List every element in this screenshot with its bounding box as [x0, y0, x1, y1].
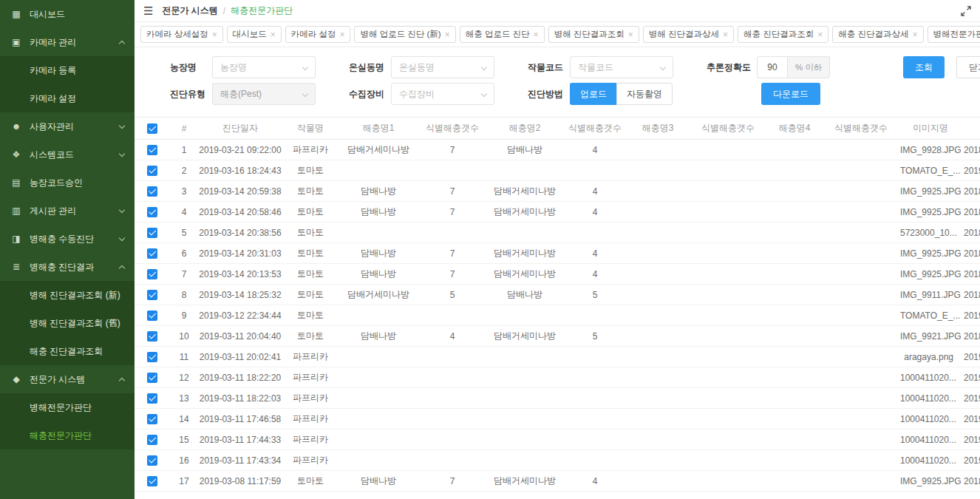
row-checkbox[interactable]: [147, 393, 157, 404]
sidebar-item-camera-register[interactable]: 카메라 등록: [0, 56, 135, 84]
hamburger-menu-icon[interactable]: ☰: [143, 4, 153, 18]
row-checkbox[interactable]: [147, 166, 157, 176]
tab-disease-expert-judgment[interactable]: 병해전문가판단 ×: [928, 26, 980, 43]
close-button[interactable]: 닫기: [956, 56, 980, 78]
cell-no: 8: [170, 285, 198, 305]
sidebar-item-camera-settings[interactable]: 카메라 설정: [0, 84, 135, 112]
row-checkbox[interactable]: [147, 207, 157, 217]
row-checkbox[interactable]: [147, 269, 157, 279]
row-checkbox[interactable]: [147, 228, 157, 238]
row-checkbox[interactable]: [147, 373, 157, 383]
table-row[interactable]: 16 2019-03-11 17:43:34 파프리카 1000411020: [135, 450, 980, 471]
table-row[interactable]: 11 2019-03-11 20:02:41 파프리카 aragaya.pn: [135, 347, 980, 367]
table-row[interactable]: 6 2019-03-14 20:31:03 토마토 담배나방 7 담배거세미나방…: [135, 243, 980, 264]
close-icon[interactable]: ×: [212, 30, 217, 39]
row-checkbox[interactable]: [147, 145, 157, 155]
table-row[interactable]: 7 2019-03-14 20:13:53 토마토 담배나방 7 담배거세미나방…: [135, 264, 980, 285]
tab-disease-upload-diagnosis-new[interactable]: 병해 업로드 진단 (新) ×: [354, 26, 455, 43]
row-checkbox[interactable]: [147, 476, 157, 486]
search-button[interactable]: 조회: [903, 56, 945, 78]
close-icon[interactable]: ×: [628, 30, 633, 39]
table-row[interactable]: 15 2019-03-11 17:44:33 파프리카 1000411020: [135, 430, 980, 450]
row-checkbox[interactable]: [147, 248, 157, 259]
table-row[interactable]: 10 2019-03-11 20:04:40 토마토 담배나방 4 담배거세미나…: [135, 326, 980, 347]
cell-no: 13: [170, 388, 198, 409]
download-button[interactable]: 다운로드: [761, 83, 820, 105]
sidebar-item-disease-result-inquiry-new[interactable]: 병해 진단결과조회 (新): [0, 281, 135, 309]
accuracy-input[interactable]: [757, 56, 788, 78]
cell-extra: 2018: [961, 140, 980, 160]
tab-pest-upload-diagnosis[interactable]: 해충 업로드 진단 ×: [460, 26, 545, 43]
cell-count1: [418, 409, 486, 430]
row-checkbox[interactable]: [147, 455, 157, 466]
diagnosis-type-select[interactable]: 해충(Pest): [212, 83, 316, 105]
close-icon[interactable]: ×: [912, 30, 917, 39]
device-select[interactable]: 수집장비: [391, 83, 494, 105]
method-upload-button[interactable]: 업로드: [570, 83, 616, 105]
cell-crop: 파프리카: [282, 409, 338, 430]
sidebar-item-camera-management[interactable]: ▣ 카메라 관리: [0, 28, 135, 56]
sidebar-item-user-management[interactable]: ☻ 사용자관리: [0, 112, 135, 140]
tab-pest-result-detail[interactable]: 해충 진단결과상세 ×: [832, 26, 923, 43]
cell-count4: [822, 388, 900, 409]
row-checkbox[interactable]: [147, 352, 157, 362]
cell-image: 5723000_10...: [900, 223, 961, 243]
tab-dashboard[interactable]: 대시보드 ×: [227, 26, 282, 43]
row-checkbox[interactable]: [147, 310, 157, 321]
fullscreen-icon[interactable]: [961, 6, 971, 16]
chevron-down-icon: [302, 64, 308, 70]
close-icon[interactable]: ×: [445, 30, 450, 39]
row-checkbox[interactable]: [147, 331, 157, 342]
tab-disease-result-inquiry[interactable]: 병해 진단결과조회 ×: [548, 26, 639, 43]
method-auto-capture-button[interactable]: 자동촬영: [616, 83, 673, 105]
cell-extra: 2019: [961, 409, 980, 430]
cell-no: 5: [170, 223, 198, 243]
row-checkbox[interactable]: [147, 414, 157, 424]
tab-pest-result-inquiry[interactable]: 해충 진단결과조회 ×: [738, 26, 828, 43]
sidebar-item-system-code[interactable]: ❖ 시스템코드: [0, 140, 135, 169]
sidebar-item-pest-diagnosis-results[interactable]: ≣ 병해충 진단결과: [0, 253, 135, 281]
sidebar-item-board-management[interactable]: ▥ 게시판 관리: [0, 197, 135, 225]
table-row[interactable]: 13 2019-03-11 18:22:03 파프리카 1000411020: [135, 388, 980, 409]
table-row[interactable]: 1 2019-03-21 09:22:00 파프리카 담배거세미나방 7 담배나…: [135, 140, 980, 160]
table-row[interactable]: 2 2019-03-16 18:24:43 토마토 TOMATO_E_...: [135, 160, 980, 181]
cell-count2: 4: [563, 264, 627, 285]
tab-camera-detail-settings[interactable]: 카메라 상세설정 ×: [140, 26, 223, 43]
sidebar-item-pest-result-inquiry[interactable]: 해충 진단결과조회: [0, 337, 135, 365]
cell-count1: [418, 160, 486, 181]
breadcrumb-parent[interactable]: 전문가 시스템: [162, 4, 217, 17]
cell-crop: 토마토: [282, 243, 338, 264]
close-icon[interactable]: ×: [723, 30, 728, 39]
tab-disease-result-detail[interactable]: 병해 진단결과상세 ×: [643, 26, 734, 43]
sidebar-item-farm-code-approval[interactable]: ▤ 농장코드승인: [0, 169, 135, 197]
main-content: ☰ 전문가 시스템 / 해충전문가판단 카메라 상세설정 ×: [135, 0, 980, 499]
table-row[interactable]: 17 2019-03-08 11:17:59 토마토 담배나방 7 담배거세미나…: [135, 471, 980, 492]
table-row[interactable]: 8 2019-03-14 18:25:32 토마토 담배거세미나방 5 담배나방…: [135, 285, 980, 305]
row-checkbox[interactable]: [147, 290, 157, 300]
cell-image: 1000411020...: [900, 367, 961, 388]
greenhouse-select[interactable]: 온실동명: [391, 56, 494, 78]
row-checkbox[interactable]: [147, 186, 157, 197]
close-icon[interactable]: ×: [534, 30, 539, 39]
tab-camera-settings[interactable]: 카메라 설정 ×: [285, 26, 351, 43]
crop-code-select[interactable]: 작물코드: [570, 56, 673, 78]
select-all-checkbox[interactable]: [147, 123, 157, 134]
sidebar-item-disease-expert-judgment[interactable]: 병해전문가판단: [0, 393, 135, 421]
table-row[interactable]: 9 2019-03-12 22:34:44 토마토 TOMATO_E_...: [135, 305, 980, 326]
table-row[interactable]: 12 2019-03-11 18:22:20 파프리카 1000411020: [135, 367, 980, 388]
sidebar-item-expert-system[interactable]: ◆ 전문가 시스템: [0, 365, 135, 393]
farm-name-select[interactable]: 농장명: [212, 56, 316, 78]
sidebar-item-dashboard[interactable]: ▦ 대시보드: [0, 0, 135, 28]
table-row[interactable]: 5 2019-03-14 20:38:56 토마토 5723000_10..: [135, 223, 980, 243]
close-icon[interactable]: ×: [817, 30, 823, 39]
table-row[interactable]: 4 2019-03-14 20:58:46 토마토 담배나방 7 담배거세미나방…: [135, 202, 980, 223]
chevron-down-icon: [302, 91, 308, 97]
table-row[interactable]: 14 2019-03-11 17:46:58 파프리카 1000411020: [135, 409, 980, 430]
table-row[interactable]: 3 2019-03-14 20:59:38 토마토 담배나방 7 담배거세미나방…: [135, 181, 980, 202]
sidebar-item-pest-expert-judgment[interactable]: 해충전문가판단: [0, 421, 135, 449]
sidebar-item-pest-manual-diagnosis[interactable]: ◨ 병해충 수동진단: [0, 225, 135, 253]
sidebar-item-disease-result-inquiry-old[interactable]: 병해 진단결과조회 (舊): [0, 309, 135, 337]
close-icon[interactable]: ×: [270, 30, 276, 39]
row-checkbox[interactable]: [147, 435, 157, 445]
close-icon[interactable]: ×: [339, 30, 344, 39]
